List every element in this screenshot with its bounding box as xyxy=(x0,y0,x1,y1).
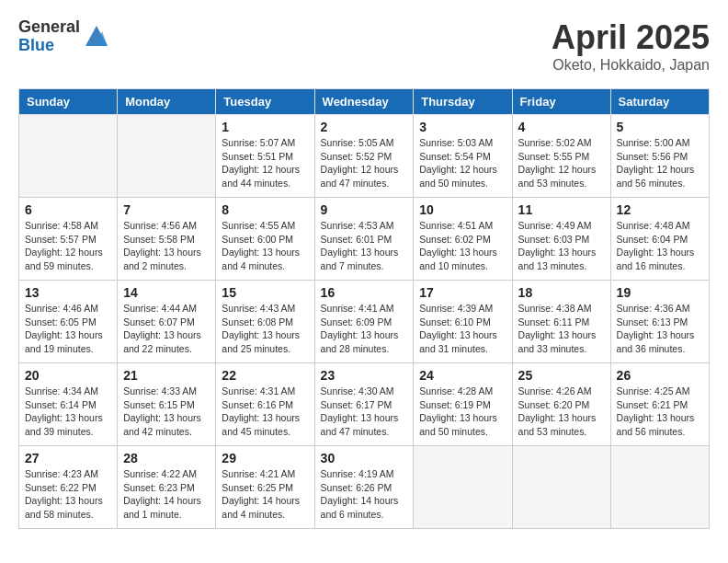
calendar-cell: 30Sunrise: 4:19 AMSunset: 6:26 PMDayligh… xyxy=(314,446,414,529)
calendar-header-row: SundayMondayTuesdayWednesdayThursdayFrid… xyxy=(19,89,710,115)
calendar-cell: 27Sunrise: 4:23 AMSunset: 6:22 PMDayligh… xyxy=(19,446,118,529)
month-title: April 2025 xyxy=(552,18,710,57)
calendar-cell: 6Sunrise: 4:58 AMSunset: 5:57 PMDaylight… xyxy=(19,198,118,281)
day-info: Sunrise: 4:26 AMSunset: 6:20 PMDaylight:… xyxy=(518,385,605,439)
calendar-cell xyxy=(118,115,216,198)
logo-icon xyxy=(84,24,109,50)
calendar-cell: 20Sunrise: 4:34 AMSunset: 6:14 PMDayligh… xyxy=(19,363,118,446)
logo: General Blue xyxy=(18,18,109,55)
calendar-cell: 25Sunrise: 4:26 AMSunset: 6:20 PMDayligh… xyxy=(512,363,610,446)
day-info: Sunrise: 5:02 AMSunset: 5:55 PMDaylight:… xyxy=(518,136,605,190)
day-info: Sunrise: 4:49 AMSunset: 6:03 PMDaylight:… xyxy=(518,219,605,273)
day-info: Sunrise: 4:56 AMSunset: 5:58 PMDaylight:… xyxy=(123,219,210,273)
day-number: 23 xyxy=(321,368,408,383)
header-monday: Monday xyxy=(118,89,216,115)
header-tuesday: Tuesday xyxy=(216,89,314,115)
calendar-cell: 1Sunrise: 5:07 AMSunset: 5:51 PMDaylight… xyxy=(216,115,314,198)
logo-text: General Blue xyxy=(18,18,80,55)
calendar-cell: 22Sunrise: 4:31 AMSunset: 6:16 PMDayligh… xyxy=(216,363,314,446)
day-number: 7 xyxy=(123,202,210,217)
day-number: 18 xyxy=(518,285,605,300)
header-sunday: Sunday xyxy=(19,89,118,115)
calendar-cell: 9Sunrise: 4:53 AMSunset: 6:01 PMDaylight… xyxy=(314,198,414,281)
header-thursday: Thursday xyxy=(414,89,512,115)
calendar-cell: 28Sunrise: 4:22 AMSunset: 6:23 PMDayligh… xyxy=(118,446,216,529)
week-row-5: 27Sunrise: 4:23 AMSunset: 6:22 PMDayligh… xyxy=(19,446,710,529)
header-saturday: Saturday xyxy=(610,89,709,115)
day-info: Sunrise: 5:05 AMSunset: 5:52 PMDaylight:… xyxy=(321,136,408,190)
day-number: 6 xyxy=(25,202,111,217)
day-info: Sunrise: 4:22 AMSunset: 6:23 PMDaylight:… xyxy=(123,467,210,522)
calendar-cell: 11Sunrise: 4:49 AMSunset: 6:03 PMDayligh… xyxy=(512,198,610,281)
day-number: 1 xyxy=(222,120,308,134)
day-info: Sunrise: 4:39 AMSunset: 6:10 PMDaylight:… xyxy=(419,302,506,356)
day-info: Sunrise: 4:23 AMSunset: 6:22 PMDaylight:… xyxy=(25,467,111,522)
day-info: Sunrise: 4:43 AMSunset: 6:08 PMDaylight:… xyxy=(222,302,308,356)
day-info: Sunrise: 5:07 AMSunset: 5:51 PMDaylight:… xyxy=(222,136,308,190)
calendar-cell: 2Sunrise: 5:05 AMSunset: 5:52 PMDaylight… xyxy=(314,115,414,198)
day-info: Sunrise: 4:38 AMSunset: 6:11 PMDaylight:… xyxy=(518,302,605,356)
week-row-1: 1Sunrise: 5:07 AMSunset: 5:51 PMDaylight… xyxy=(19,115,710,198)
day-number: 25 xyxy=(518,368,605,383)
day-info: Sunrise: 4:30 AMSunset: 6:17 PMDaylight:… xyxy=(321,385,408,439)
calendar-cell: 15Sunrise: 4:43 AMSunset: 6:08 PMDayligh… xyxy=(216,281,314,363)
week-row-4: 20Sunrise: 4:34 AMSunset: 6:14 PMDayligh… xyxy=(19,363,710,446)
day-info: Sunrise: 4:48 AMSunset: 6:04 PMDaylight:… xyxy=(617,219,703,273)
day-info: Sunrise: 4:33 AMSunset: 6:15 PMDaylight:… xyxy=(123,385,210,439)
header: General Blue April 2025 Oketo, Hokkaido,… xyxy=(18,18,710,74)
day-number: 22 xyxy=(222,368,308,383)
day-number: 19 xyxy=(617,285,703,300)
day-info: Sunrise: 4:44 AMSunset: 6:07 PMDaylight:… xyxy=(123,302,210,356)
calendar-cell: 24Sunrise: 4:28 AMSunset: 6:19 PMDayligh… xyxy=(414,363,512,446)
day-info: Sunrise: 4:51 AMSunset: 6:02 PMDaylight:… xyxy=(419,219,506,273)
day-info: Sunrise: 4:36 AMSunset: 6:13 PMDaylight:… xyxy=(617,302,703,356)
calendar-cell: 29Sunrise: 4:21 AMSunset: 6:25 PMDayligh… xyxy=(216,446,314,529)
day-number: 27 xyxy=(25,451,111,465)
calendar-cell: 3Sunrise: 5:03 AMSunset: 5:54 PMDaylight… xyxy=(414,115,512,198)
day-info: Sunrise: 4:28 AMSunset: 6:19 PMDaylight:… xyxy=(419,385,506,439)
day-number: 10 xyxy=(419,202,506,217)
calendar-cell: 16Sunrise: 4:41 AMSunset: 6:09 PMDayligh… xyxy=(314,281,414,363)
day-number: 13 xyxy=(25,285,111,300)
calendar-cell xyxy=(610,446,709,529)
calendar-cell: 4Sunrise: 5:02 AMSunset: 5:55 PMDaylight… xyxy=(512,115,610,198)
day-info: Sunrise: 4:25 AMSunset: 6:21 PMDaylight:… xyxy=(617,385,703,439)
title-area: April 2025 Oketo, Hokkaido, Japan xyxy=(552,18,710,74)
calendar-cell: 7Sunrise: 4:56 AMSunset: 5:58 PMDaylight… xyxy=(118,198,216,281)
day-number: 24 xyxy=(419,368,506,383)
week-row-2: 6Sunrise: 4:58 AMSunset: 5:57 PMDaylight… xyxy=(19,198,710,281)
day-info: Sunrise: 4:21 AMSunset: 6:25 PMDaylight:… xyxy=(222,467,308,522)
day-number: 2 xyxy=(321,120,408,134)
day-number: 11 xyxy=(518,202,605,217)
day-number: 16 xyxy=(321,285,408,300)
calendar-cell: 12Sunrise: 4:48 AMSunset: 6:04 PMDayligh… xyxy=(610,198,709,281)
calendar-cell: 14Sunrise: 4:44 AMSunset: 6:07 PMDayligh… xyxy=(118,281,216,363)
day-info: Sunrise: 4:19 AMSunset: 6:26 PMDaylight:… xyxy=(321,467,408,522)
day-number: 28 xyxy=(123,451,210,465)
logo-blue: Blue xyxy=(18,37,80,55)
day-number: 5 xyxy=(617,120,703,134)
logo-general: General xyxy=(18,18,80,37)
calendar-cell: 8Sunrise: 4:55 AMSunset: 6:00 PMDaylight… xyxy=(216,198,314,281)
day-number: 21 xyxy=(123,368,210,383)
day-info: Sunrise: 4:53 AMSunset: 6:01 PMDaylight:… xyxy=(321,219,408,273)
calendar: SundayMondayTuesdayWednesdayThursdayFrid… xyxy=(18,88,710,529)
header-wednesday: Wednesday xyxy=(314,89,414,115)
calendar-cell: 17Sunrise: 4:39 AMSunset: 6:10 PMDayligh… xyxy=(414,281,512,363)
day-number: 3 xyxy=(419,120,506,134)
day-number: 12 xyxy=(617,202,703,217)
day-number: 20 xyxy=(25,368,111,383)
day-number: 30 xyxy=(321,451,408,465)
day-info: Sunrise: 4:31 AMSunset: 6:16 PMDaylight:… xyxy=(222,385,308,439)
day-number: 26 xyxy=(617,368,703,383)
calendar-cell: 21Sunrise: 4:33 AMSunset: 6:15 PMDayligh… xyxy=(118,363,216,446)
day-number: 14 xyxy=(123,285,210,300)
calendar-cell xyxy=(414,446,512,529)
day-info: Sunrise: 5:00 AMSunset: 5:56 PMDaylight:… xyxy=(617,136,703,190)
calendar-cell: 13Sunrise: 4:46 AMSunset: 6:05 PMDayligh… xyxy=(19,281,118,363)
calendar-cell xyxy=(19,115,118,198)
day-info: Sunrise: 4:46 AMSunset: 6:05 PMDaylight:… xyxy=(25,302,111,356)
day-number: 9 xyxy=(321,202,408,217)
day-info: Sunrise: 4:34 AMSunset: 6:14 PMDaylight:… xyxy=(25,385,111,439)
calendar-cell xyxy=(512,446,610,529)
